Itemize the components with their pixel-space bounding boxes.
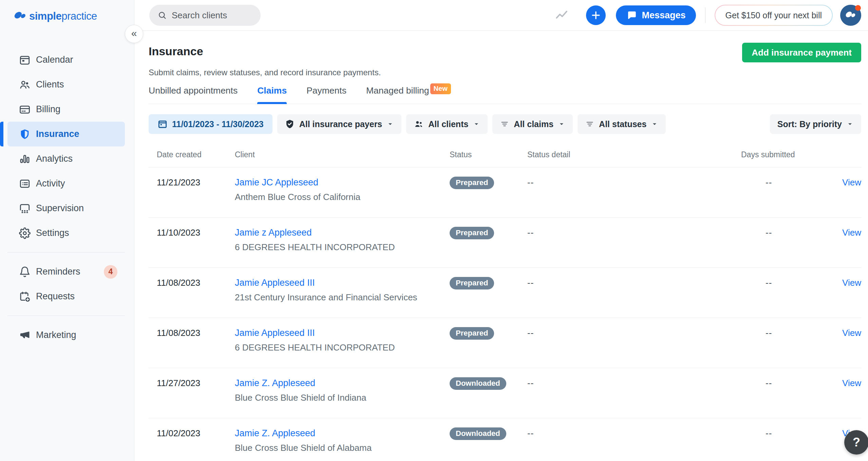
shield-icon bbox=[19, 128, 31, 140]
sidebar-nav: Calendar Clients Billing bbox=[0, 47, 134, 347]
status-badge: Prepared bbox=[450, 277, 494, 289]
avatar[interactable] bbox=[840, 5, 861, 26]
statuses-filter-label: All statuses bbox=[599, 119, 646, 129]
sidebar-item-clients[interactable]: Clients bbox=[7, 72, 125, 97]
create-new-button[interactable] bbox=[586, 5, 606, 25]
sidebar-item-label: Marketing bbox=[36, 330, 76, 340]
status-badge: Downloaded bbox=[450, 427, 506, 440]
client-link[interactable]: Jamie JC Appleseed bbox=[235, 177, 318, 187]
sidebar-item-label: Reminders bbox=[36, 266, 80, 277]
sidebar-item-supervision[interactable]: Supervision bbox=[7, 196, 125, 221]
search-clients-box[interactable] bbox=[149, 5, 261, 26]
insurance-payers-filter[interactable]: All insurance payers bbox=[277, 114, 402, 134]
promo-button[interactable]: Get $150 off your next bill bbox=[715, 5, 833, 26]
sidebar-item-requests[interactable]: Requests bbox=[7, 284, 125, 309]
date-created: 11/27/2023 bbox=[157, 377, 235, 389]
butterfly-avatar-icon bbox=[844, 9, 857, 22]
new-badge: New bbox=[430, 83, 451, 94]
page-subtitle: Submit claims, review statuses, and reco… bbox=[149, 68, 861, 77]
bell-icon bbox=[19, 266, 31, 278]
tab-claims[interactable]: Claims bbox=[257, 85, 287, 104]
sidebar-item-settings[interactable]: Settings bbox=[7, 221, 125, 245]
notification-dot bbox=[855, 5, 861, 11]
question-mark-icon: ? bbox=[853, 435, 860, 449]
view-link[interactable]: View bbox=[842, 378, 861, 388]
main-content: Insurance Add insurance payment Submit c… bbox=[134, 31, 868, 461]
sidebar-item-label: Calendar bbox=[36, 55, 73, 65]
sidebar-item-label: Supervision bbox=[36, 203, 84, 214]
date-created: 11/08/2023 bbox=[157, 277, 235, 288]
calendar-icon bbox=[157, 119, 168, 129]
client-link[interactable]: Jamie Z. Appleseed bbox=[235, 428, 315, 438]
megaphone-icon bbox=[19, 329, 31, 341]
status-badge: Prepared bbox=[450, 177, 494, 189]
column-header-status: Status bbox=[450, 149, 527, 160]
messages-label: Messages bbox=[642, 10, 685, 21]
status-detail: -- bbox=[527, 327, 741, 339]
tab-payments[interactable]: Payments bbox=[306, 85, 346, 104]
claims-filter-label: All claims bbox=[514, 119, 553, 129]
view-link[interactable]: View bbox=[842, 278, 861, 288]
clients-filter[interactable]: All clients bbox=[406, 114, 488, 134]
trending-chart-icon[interactable] bbox=[555, 8, 569, 22]
client-link[interactable]: Jamie Appleseed III bbox=[235, 328, 315, 338]
payer-name: Blue Cross Blue Shield of Indiana bbox=[235, 392, 450, 403]
sidebar-item-label: Activity bbox=[36, 178, 65, 189]
sidebar-item-billing[interactable]: Billing bbox=[7, 97, 125, 122]
clients-filter-label: All clients bbox=[428, 119, 468, 129]
help-button[interactable]: ? bbox=[844, 430, 868, 455]
brand-name: simplepractice bbox=[29, 10, 97, 22]
column-header-status-detail: Status detail bbox=[527, 149, 741, 160]
plus-icon bbox=[590, 9, 602, 21]
column-header-date-created: Date created bbox=[157, 149, 235, 160]
clients-icon bbox=[19, 79, 31, 91]
add-insurance-payment-button[interactable]: Add insurance payment bbox=[742, 43, 861, 62]
view-link[interactable]: View bbox=[842, 227, 861, 238]
date-created: 11/02/2023 bbox=[157, 427, 235, 439]
status-badge: Prepared bbox=[450, 327, 494, 340]
days-submitted: -- bbox=[741, 377, 829, 389]
chevron-down-icon bbox=[651, 120, 658, 128]
view-link[interactable]: View bbox=[842, 177, 861, 187]
reminders-count-badge: 4 bbox=[104, 265, 117, 279]
claims-filter[interactable]: All claims bbox=[492, 114, 573, 134]
search-input[interactable] bbox=[172, 10, 252, 21]
chevron-down-icon bbox=[846, 120, 854, 128]
chevron-double-left-icon: « bbox=[131, 28, 137, 38]
sidebar-item-label: Settings bbox=[36, 228, 69, 238]
sidebar-item-analytics[interactable]: Analytics bbox=[7, 146, 125, 171]
filter-lines-icon bbox=[585, 119, 595, 129]
date-range-filter[interactable]: 11/01/2023 - 11/30/2023 bbox=[149, 114, 272, 134]
date-created: 11/10/2023 bbox=[157, 227, 235, 238]
claim-row: 11/27/2023 Jamie Z. Appleseed Blue Cross… bbox=[149, 368, 861, 418]
statuses-filter[interactable]: All statuses bbox=[578, 114, 666, 134]
client-link[interactable]: Jamie Z. Appleseed bbox=[235, 378, 315, 388]
chevron-down-icon bbox=[558, 120, 565, 128]
people-icon bbox=[414, 119, 424, 129]
sidebar-collapse-button[interactable]: « bbox=[125, 25, 143, 43]
payer-name: Anthem Blue Cross of California bbox=[235, 192, 450, 203]
sidebar-item-label: Analytics bbox=[36, 154, 73, 164]
sidebar: simplepractice Calendar Clients bbox=[0, 0, 134, 461]
days-submitted: -- bbox=[741, 227, 829, 238]
view-link[interactable]: View bbox=[842, 328, 861, 338]
tab-unbilled-appointments[interactable]: Unbilled appointments bbox=[149, 85, 238, 104]
sort-dropdown[interactable]: Sort: By priority bbox=[770, 114, 861, 134]
bar-chart-icon bbox=[19, 153, 31, 165]
sidebar-item-calendar[interactable]: Calendar bbox=[7, 47, 125, 72]
calendar-plus-icon bbox=[19, 291, 31, 302]
tab-managed-billing[interactable]: Managed billing New bbox=[366, 85, 451, 104]
date-created: 11/21/2023 bbox=[157, 177, 235, 188]
table-body: 11/21/2023 Jamie JC Appleseed Anthem Blu… bbox=[149, 167, 861, 461]
sidebar-item-insurance[interactable]: Insurance bbox=[7, 122, 125, 146]
client-link[interactable]: Jamie Appleseed III bbox=[235, 278, 315, 288]
messages-button[interactable]: Messages bbox=[616, 5, 696, 25]
sidebar-item-activity[interactable]: Activity bbox=[7, 171, 125, 196]
sidebar-item-reminders[interactable]: Reminders 4 bbox=[7, 259, 125, 284]
chat-bubble-icon bbox=[626, 10, 637, 21]
days-submitted: -- bbox=[741, 177, 829, 188]
payer-name: 21st Century Insurance and Financial Ser… bbox=[235, 292, 450, 303]
sidebar-item-marketing[interactable]: Marketing bbox=[7, 323, 125, 347]
client-link[interactable]: Jamie z Appleseed bbox=[235, 227, 312, 238]
brand-logo[interactable]: simplepractice bbox=[0, 0, 134, 23]
